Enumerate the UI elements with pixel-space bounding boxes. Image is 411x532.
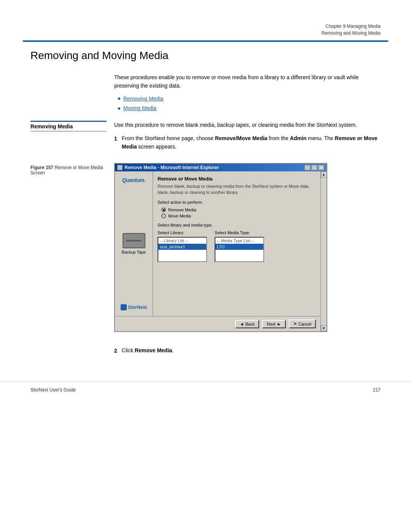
page-header: Chapter 9 Managing Media Removing and Mo… <box>0 0 411 40</box>
win-controls[interactable]: _ □ ✕ <box>304 165 324 170</box>
intro-block: These procedures enable you to remove or… <box>114 73 381 113</box>
library-list-header: -- Library List -- <box>158 238 206 244</box>
next-label: Next <box>267 322 276 326</box>
dialog-title: Remove or Move Media <box>158 176 316 182</box>
scroll-down-arrow[interactable]: ▼ <box>321 325 327 331</box>
select-library-label: Select Library: <box>158 230 207 235</box>
cancel-icon: ✕ <box>293 321 297 326</box>
back-icon: ◄ <box>240 322 244 326</box>
step-number: 1 <box>114 134 117 151</box>
library-media-label: Select library and media type. <box>158 223 316 227</box>
intro-text: These procedures enable you to remove or… <box>114 73 381 90</box>
radio-move[interactable]: Move Media <box>161 214 316 218</box>
select-section: Select Library: -- Library List -- scsi_… <box>158 230 316 262</box>
library-list-empty <box>158 250 206 261</box>
media-list-header: -- Media Type List -- <box>215 238 263 244</box>
win-inner: Quantum. Backup Tape StorNext <box>115 171 320 316</box>
radio-group: Remove Media Move Media <box>161 208 316 218</box>
section-content: Use this procedure to remove blank media… <box>114 121 381 155</box>
win-titlebar: Remove Media - Microsoft Internet Explor… <box>115 164 327 171</box>
select-library-col: Select Library: -- Library List -- scsi_… <box>158 230 207 262</box>
section-description: Use this procedure to remove blank media… <box>114 121 381 129</box>
media-list-empty <box>215 250 263 261</box>
removing-media-section: Removing Media Use this procedure to rem… <box>30 121 381 155</box>
header-chapter: Chapter 9 Managing Media <box>30 23 381 30</box>
back-label: Back <box>245 322 255 326</box>
library-list-item[interactable]: scsi_archive1 <box>158 244 206 250</box>
footer-page: 217 <box>373 387 381 393</box>
step-2: 2 Click Remove Media. <box>114 347 381 354</box>
quantum-logo: Quantum. <box>122 177 145 183</box>
scroll-up-arrow[interactable]: ▲ <box>321 171 327 177</box>
page-title: Removing and Moving Media <box>30 50 381 62</box>
media-listbox[interactable]: -- Media Type List -- LTO <box>215 237 264 262</box>
bullet-list: Removing Media Moving Media <box>114 94 381 113</box>
win-content-outer: Quantum. Backup Tape StorNext <box>115 171 327 331</box>
screenshot-container: Remove Media - Microsoft Internet Explor… <box>114 163 327 332</box>
section-label-title: Removing Media <box>30 121 107 131</box>
action-label: Select action to perform. <box>158 200 316 204</box>
bold-remove-move: Remove/Move Media <box>215 135 268 141</box>
titlebar-icon <box>117 165 123 170</box>
dialog-desc: Remove blank, backup or cleaning media f… <box>158 184 316 195</box>
tape-icon <box>123 233 145 248</box>
next-button[interactable]: Next ► <box>262 320 286 328</box>
titlebar-text: Remove Media - Microsoft Internet Explor… <box>124 165 219 170</box>
step-1: 1 From the StorNext home page, choose Re… <box>114 134 381 151</box>
bullet-dot <box>118 97 120 100</box>
cancel-button[interactable]: ✕ Cancel <box>289 320 316 328</box>
page-footer: StorNext User's Guide 217 <box>0 381 411 398</box>
figure-label: Figure 157 <box>30 165 53 170</box>
radio-remove-circle[interactable] <box>161 208 166 212</box>
stornext-logo-icon <box>121 304 127 310</box>
win-buttonbar: ◄ Back Next ► ✕ Cancel <box>115 316 320 331</box>
win-content: Quantum. Backup Tape StorNext <box>115 171 320 331</box>
section-label-container: Removing Media <box>30 121 114 155</box>
select-media-label: Select Media Type: <box>215 230 264 235</box>
media-list-item[interactable]: LTO <box>215 244 263 250</box>
next-icon: ► <box>277 322 281 326</box>
close-button[interactable]: ✕ <box>318 165 324 170</box>
select-cols: Select Library: -- Library List -- scsi_… <box>158 230 316 262</box>
titlebar-title: Remove Media - Microsoft Internet Explor… <box>117 165 219 170</box>
stornext-label: StorNext <box>128 305 147 310</box>
moving-media-link[interactable]: Moving Media <box>123 104 156 113</box>
header-subtitle: Removing and Moving Media <box>30 30 381 37</box>
step-2-block: 2 Click Remove Media. <box>114 347 381 358</box>
list-item: Moving Media <box>118 104 381 113</box>
step2-bold: Remove Media <box>135 347 172 353</box>
radio-remove-label: Remove Media <box>168 208 196 212</box>
stornext-logo: StorNext <box>121 304 147 310</box>
figure-row: Figure 157 Remove or Move Media Screen R… <box>30 163 381 332</box>
maximize-button[interactable]: □ <box>311 165 317 170</box>
backup-tape-label: Backup Tape <box>122 250 146 254</box>
win-main: Remove or Move Media Remove blank, backu… <box>153 171 320 316</box>
step2-number: 2 <box>114 348 117 354</box>
footer-left: StorNext User's Guide <box>30 387 76 393</box>
library-listbox[interactable]: -- Library List -- scsi_archive1 <box>158 237 207 262</box>
radio-remove[interactable]: Remove Media <box>161 208 316 212</box>
removing-media-link[interactable]: Removing Media <box>123 94 163 104</box>
minimize-button[interactable]: _ <box>304 165 311 170</box>
bold-admin: Admin <box>290 135 307 141</box>
scrollbar-right[interactable]: ▲ ▼ <box>320 171 327 331</box>
bullet-dot <box>118 107 120 110</box>
content-area: These procedures enable you to remove or… <box>0 73 411 358</box>
list-item: Removing Media <box>118 94 381 104</box>
step1-text: From the StorNext home page, choose Remo… <box>122 134 381 151</box>
step2-text: Click Remove Media. <box>122 347 174 354</box>
figure-caption: Figure 157 Remove or Move Media Screen <box>30 163 107 176</box>
select-media-col: Select Media Type: -- Media Type List --… <box>215 230 264 262</box>
page-title-section: Removing and Moving Media <box>0 42 411 73</box>
radio-move-label: Move Media <box>168 214 191 218</box>
radio-move-circle[interactable] <box>161 214 166 218</box>
win-sidebar: Quantum. Backup Tape StorNext <box>115 171 153 316</box>
cancel-label: Cancel <box>298 322 311 326</box>
back-button[interactable]: ◄ Back <box>235 320 259 328</box>
